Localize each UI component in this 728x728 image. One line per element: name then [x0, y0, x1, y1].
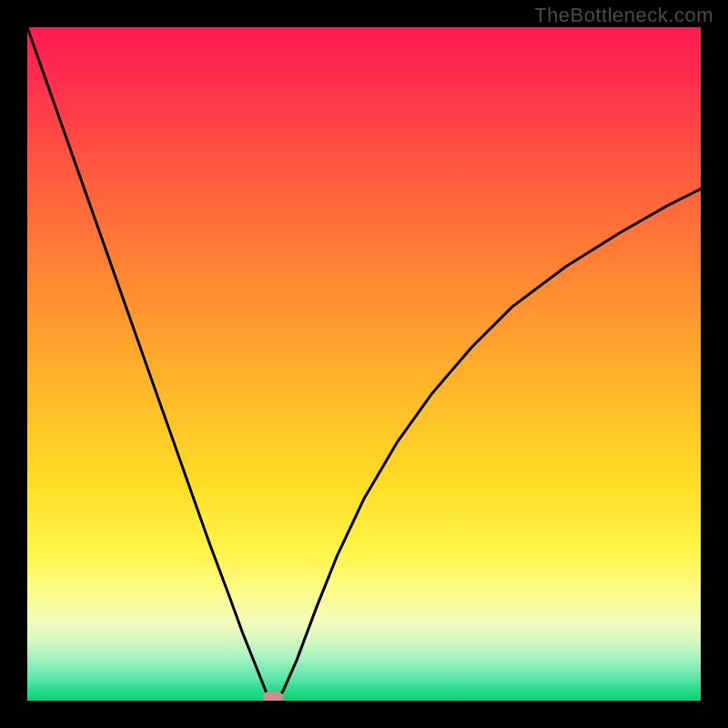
bottleneck-curve: [27, 27, 701, 701]
chart-frame: TheBottleneck.com: [0, 0, 728, 728]
curve-path: [27, 27, 701, 701]
optimum-marker: [263, 692, 283, 701]
watermark-text: TheBottleneck.com: [534, 4, 713, 27]
plot-area: [27, 27, 701, 701]
